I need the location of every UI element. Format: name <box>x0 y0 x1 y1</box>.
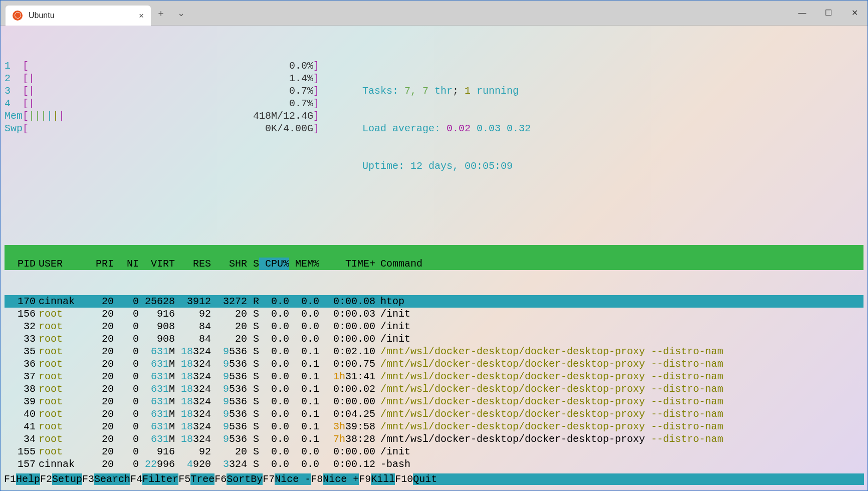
process-row[interactable]: 157cinnak2002299649203324S0.00.00:00.12-… <box>5 458 863 470</box>
footer-fill <box>437 473 864 485</box>
fkey-F1[interactable]: F1 <box>4 473 16 485</box>
process-row[interactable]: 39root200631M183249536S0.00.10:00.00/mnt… <box>5 395 863 408</box>
fkey-F3[interactable]: F3 <box>82 473 94 485</box>
function-key-bar: F1Help F2Setup F3SearchF4FilterF5Tree F6… <box>4 473 864 485</box>
meters-left: 1[0.0%]2[|1.4%]3[|0.7%]4[|0.7%]Mem[|||||… <box>5 60 355 197</box>
close-window-button[interactable]: ✕ <box>841 1 867 26</box>
process-row[interactable]: 156root2009169220S0.00.00:00.03/init <box>5 308 863 320</box>
tab-title: Ubuntu <box>29 11 55 20</box>
process-row[interactable]: 40root200631M183249536S0.00.10:04.25/mnt… <box>5 408 863 420</box>
tasks-label: Tasks: <box>362 85 404 97</box>
process-row[interactable]: 33root2009088420S0.00.00:00.00/init <box>5 333 863 345</box>
fkey-F5[interactable]: F5 <box>178 473 190 485</box>
tab-ubuntu[interactable]: Ubuntu ✕ <box>6 6 151 26</box>
fkey-F8[interactable]: F8 <box>311 473 323 485</box>
process-row[interactable]: 155root2009169220S0.00.00:00.00/init <box>5 445 863 458</box>
process-row[interactable]: 32root2009088420S0.00.00:00.00/init <box>5 320 863 333</box>
flabel-F9[interactable]: Kill <box>371 473 395 485</box>
process-row[interactable]: 35root200631M183249536S0.00.10:02.10/mnt… <box>5 345 863 358</box>
flabel-F3[interactable]: Search <box>94 473 130 485</box>
process-row[interactable]: 38root200631M183249536S0.00.10:00.02/mnt… <box>5 383 863 395</box>
flabel-F7[interactable]: Nice - <box>275 473 311 485</box>
fkey-F9[interactable]: F9 <box>359 473 371 485</box>
fkey-F4[interactable]: F4 <box>130 473 142 485</box>
fkey-F7[interactable]: F7 <box>263 473 275 485</box>
flabel-F6[interactable]: SortBy <box>227 473 263 485</box>
minimize-button[interactable]: — <box>789 1 815 26</box>
process-row[interactable]: 34root200631M183249536S0.00.17h38:28/mnt… <box>5 433 863 445</box>
flabel-F4[interactable]: Filter <box>142 473 178 485</box>
flabel-F8[interactable]: Nice + <box>323 473 359 485</box>
uptime-label: Uptime: <box>362 160 410 172</box>
load-label: Load average: <box>362 123 447 134</box>
process-table[interactable]: 170cinnak2002562839123272R0.00.00:00.08h… <box>5 295 863 470</box>
process-row[interactable]: 170cinnak2002562839123272R0.00.00:00.08h… <box>5 295 863 308</box>
fkey-F2[interactable]: F2 <box>40 473 52 485</box>
flabel-F1[interactable]: Help <box>16 473 40 485</box>
fkey-F6[interactable]: F6 <box>214 473 227 485</box>
maximize-button[interactable]: ☐ <box>815 1 841 26</box>
process-row[interactable]: 36root200631M183249536S0.00.10:00.75/mnt… <box>5 358 863 370</box>
titlebar: Ubuntu ✕ ＋ ⌄ — ☐ ✕ <box>1 1 867 26</box>
fkey-F10[interactable]: F10 <box>395 473 413 485</box>
process-row[interactable]: 41root200631M183249536S0.00.13h39:58/mnt… <box>5 420 863 433</box>
terminal-output[interactable]: 1[0.0%]2[|1.4%]3[|0.7%]4[|0.7%]Mem[|||||… <box>1 26 867 483</box>
process-row[interactable]: 37root200631M183249536S0.00.11h31:41/mnt… <box>5 370 863 383</box>
ubuntu-icon <box>13 11 23 21</box>
tab-dropdown-button[interactable]: ⌄ <box>171 8 191 19</box>
new-tab-button[interactable]: ＋ <box>151 7 171 19</box>
meters-right: Tasks: 7, 7 thr; 1 running Load average:… <box>355 60 531 197</box>
flabel-F2[interactable]: Setup <box>52 473 82 485</box>
process-header-row: PIDUSERPRINIVIRTRESSHRSCPU%MEM%TIME+Comm… <box>5 245 863 270</box>
flabel-F5[interactable]: Tree <box>190 473 214 485</box>
close-tab-icon[interactable]: ✕ <box>139 11 144 21</box>
flabel-F10[interactable]: Quit <box>413 473 437 485</box>
